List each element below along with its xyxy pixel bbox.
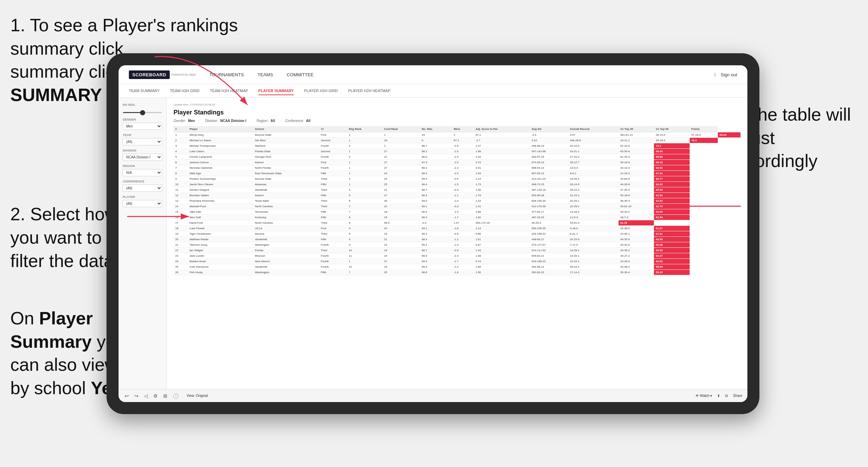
- conference-select[interactable]: (All): [123, 185, 162, 192]
- filter-gender-label: Gender:: [174, 119, 186, 123]
- cell-8-8: 1.14: [474, 176, 530, 182]
- cell-13-6: 69.1: [420, 204, 452, 209]
- cell-8-1: Preston Summerhays: [188, 176, 253, 182]
- cell-9-6: 68.4: [420, 182, 452, 187]
- nav-committee[interactable]: COMMITTEE: [287, 70, 313, 79]
- no-rds-label: No Rds.: [123, 103, 162, 107]
- col-reg-rank: Reg Rank: [347, 126, 382, 132]
- cell-24-1: Cole Sherwood: [188, 264, 253, 270]
- cell-22-7: -2.3: [452, 253, 474, 259]
- sub-nav-team-h2h-grid[interactable]: TEAM H2H GRID: [170, 87, 200, 94]
- cell-15-2: Kentucky: [253, 215, 319, 220]
- region-select[interactable]: N/A All: [123, 169, 162, 176]
- filter-region: Region: All: [257, 119, 275, 123]
- cell-16-11: 62.35: [619, 220, 654, 226]
- filter-region-value: All: [270, 119, 275, 123]
- cell-5-11: 50-19-9: [619, 160, 654, 165]
- cell-5-8: 2.72: [474, 160, 530, 165]
- cell-15-12: 62.54: [654, 215, 689, 220]
- filters-row: Gender: Men Division: NCAA Division I Re…: [174, 119, 741, 123]
- cell-14-2: Tennessee: [253, 209, 319, 215]
- clock-btn[interactable]: 🕐: [172, 392, 180, 400]
- cell-20-11: 25-42-0: [619, 242, 654, 248]
- col-school: School: [253, 126, 319, 132]
- filter-region-label: Region:: [257, 119, 268, 123]
- division-label: Division: [123, 149, 162, 152]
- grid-view-btn[interactable]: ⊟: [725, 394, 728, 398]
- cell-10-5: 21: [382, 187, 420, 193]
- back-btn[interactable]: ◁: [143, 392, 149, 400]
- cell-23-8: 0.74: [474, 259, 530, 264]
- table-row: 7Nicholas GabrelcikNorth FloridaFourth12…: [174, 165, 741, 171]
- cell-15-9: 467-29-23: [530, 215, 568, 220]
- step4-summary: Summary: [10, 332, 92, 352]
- player-label: Player: [123, 195, 162, 199]
- cell-13-7: -0.3: [452, 204, 474, 209]
- cell-3-4: 1: [347, 149, 382, 154]
- cell-16-4: 9: [347, 220, 382, 226]
- cell-19-7: -1.2: [452, 237, 474, 242]
- cell-10-4: 4: [347, 187, 382, 193]
- download-btn[interactable]: ⬇: [717, 394, 720, 398]
- nav-teams[interactable]: TEAMS: [258, 70, 273, 79]
- cell-0-9: -3.2: [530, 132, 568, 138]
- grid-btn[interactable]: ⊞: [162, 392, 168, 400]
- cell-8-4: 3: [347, 176, 382, 182]
- sub-nav-team-summary[interactable]: TEAM SUMMARY: [129, 87, 160, 94]
- year-select[interactable]: (All) First Second Third Fourth Fifth: [123, 138, 162, 145]
- cell-7-2: East Tennessee State: [253, 171, 319, 176]
- table-row: 6Jackson KoivunAuburnFirst12767.3-2.02.7…: [174, 160, 741, 165]
- tablet-device: SCOREBOARD Powered by clippi TOURNAMENTS…: [107, 53, 759, 414]
- no-rds-slider[interactable]: [123, 112, 162, 113]
- cell-17-0: 18: [174, 226, 188, 231]
- cell-22-1: Jack Lundin: [188, 253, 253, 259]
- cell-4-11: 61-20-3: [619, 154, 654, 160]
- division-select[interactable]: NCAA Division I NCAA Division II NCAA Di…: [123, 154, 162, 161]
- cell-7-10: 8-6-1: [568, 171, 619, 176]
- cell-16-5: 69.0: [382, 220, 420, 226]
- sub-nav-team-h2h-heatmap[interactable]: TEAM H2H HEATMAP: [210, 87, 248, 94]
- cell-22-2: Missouri: [253, 253, 319, 259]
- redo-btn[interactable]: ↪: [133, 392, 140, 400]
- cell-5-10: 28-12-7: [568, 160, 619, 165]
- cell-25-1: Petr Hruby: [188, 270, 253, 275]
- watch-label: Watch: [700, 394, 710, 398]
- cell-0-2: Arizona State: [253, 132, 319, 138]
- cell-12-6: 69.0: [420, 198, 452, 204]
- cell-20-5: 23: [382, 242, 420, 248]
- table-area: Update time: 27/03/2024 16:56:26 Player …: [167, 98, 747, 389]
- cell-12-5: 30: [382, 198, 420, 204]
- cell-0-4: 1: [347, 132, 382, 138]
- cell-19-3: Fifth: [319, 237, 347, 242]
- cell-21-6: 68.7: [420, 248, 452, 253]
- share-btn[interactable]: Share: [733, 394, 742, 398]
- table-row: 26Petr HrubyWashingtonFifth72568.6-1.81.…: [174, 270, 741, 275]
- nav-signout[interactable]: Sign out: [721, 70, 737, 79]
- filter-gender: Gender: Men: [174, 119, 195, 123]
- slider-container: [123, 108, 162, 114]
- cell-13-9: 412-179-28: [530, 204, 568, 209]
- nav-tournaments[interactable]: TOURNAMENTS: [209, 70, 244, 79]
- cell-3-10: 24-31-1: [568, 149, 619, 154]
- gender-select[interactable]: Men Women: [123, 123, 162, 130]
- cell-20-7: -1.0: [452, 242, 474, 248]
- player-select[interactable]: (All): [123, 200, 162, 207]
- cell-19-0: 20: [174, 237, 188, 242]
- sub-nav-player-h2h-grid[interactable]: PLAYER H2H GRID: [304, 87, 338, 94]
- undo-btn[interactable]: ↩: [124, 392, 130, 400]
- cell-12-1: Phachara Khonchan: [188, 198, 253, 204]
- cell-24-9: 452-96-12: [530, 264, 568, 270]
- cell-21-4: 10: [347, 248, 382, 253]
- settings-btn[interactable]: ⚙: [152, 392, 159, 400]
- sub-nav-player-h2h-heatmap[interactable]: PLAYER H2H HEATMAP: [348, 87, 390, 94]
- cell-9-3: Fifth: [319, 182, 347, 187]
- cell-14-5: 18: [382, 209, 420, 215]
- nav-links: TOURNAMENTS TEAMS COMMITTEE: [209, 70, 714, 79]
- table-row: 10Jacob Skov OlesenArkansasFifth12568.4-…: [174, 182, 741, 187]
- cell-12-0: 13: [174, 198, 188, 204]
- cell-8-6: 69.0: [420, 176, 452, 182]
- cell-13-2: North Carolina: [253, 204, 319, 209]
- cell-9-1: Jacob Skov Olesen: [188, 182, 253, 187]
- watch-btn[interactable]: 👁 Watch ▾: [695, 394, 712, 398]
- sub-nav-player-summary[interactable]: PLAYER SUMMARY: [258, 87, 294, 95]
